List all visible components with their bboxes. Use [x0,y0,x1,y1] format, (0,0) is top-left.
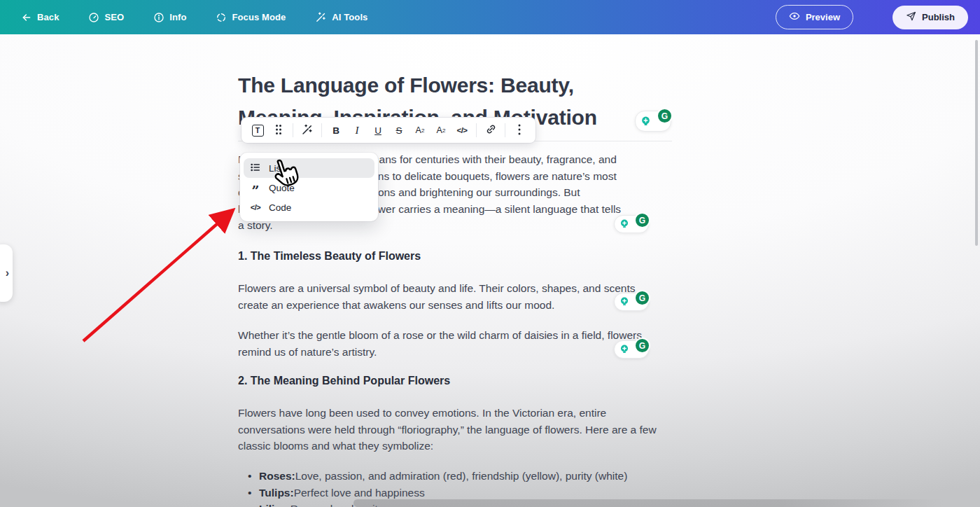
chevron-right-icon: › [6,267,9,279]
superscript-label: A [416,125,421,135]
list-item[interactable]: • Tulips: Perfect love and happiness [248,485,627,501]
grammarly-widget[interactable]: G [614,215,649,233]
grammarly-widget[interactable]: G [614,340,649,359]
paragraph-line[interactable]: Whether it’s the gentle bloom of a rose … [238,327,642,344]
grammarly-logo-icon: G [634,290,650,306]
link-button[interactable] [480,120,501,140]
toolbar-divider [476,123,477,137]
underline-button[interactable]: U [368,120,388,140]
kebab-menu-icon [518,124,521,137]
bullet-desc[interactable]: Perfect love and happiness [294,485,425,501]
grammarly-logo-icon: G [634,338,650,354]
bullet-dot: • [248,501,259,507]
info-button[interactable]: Info [153,12,186,23]
paragraph-line[interactable]: Flowers are a universal symbol of beauty… [238,280,635,297]
back-label: Back [37,12,59,22]
toolbar-divider [505,123,505,137]
info-icon [153,12,164,23]
paragraph-line[interactable]: classic blooms and what they symbolize: [238,438,657,454]
paragraph-line[interactable]: remind us of nature’s artistry. [238,344,642,361]
info-label: Info [169,12,186,22]
section-1-paragraph-2[interactable]: Whether it’s the gentle bloom of a rose … [238,327,642,360]
bullet-term[interactable]: Lilies: [259,501,290,507]
focus-mode-label: Focus Mode [232,12,286,22]
superscript-button[interactable]: A2 [410,120,430,140]
seo-button[interactable]: SEO [88,12,124,23]
side-panel-toggle[interactable]: › [0,244,13,302]
bold-button[interactable]: B [326,120,346,140]
list-item[interactable]: • Roses: Love, passion, and admiration (… [248,468,627,485]
grammarly-widget[interactable]: G [614,293,649,311]
suggestion-lightbulb-icon [619,296,630,310]
bullet-dot: • [248,485,259,501]
title-line-1[interactable]: The Language of Flowers: Beauty, [238,69,693,102]
quote-icon: ” [250,187,261,194]
eye-icon [789,11,800,24]
grip-dots-icon [274,123,284,138]
drag-handle[interactable] [268,120,289,140]
list-icon [250,162,261,175]
menu-item-code[interactable]: </> Code [244,197,374,217]
focus-mode-button[interactable]: Focus Mode [216,12,286,23]
toolbar-divider [293,123,293,137]
bullet-term[interactable]: Tulips: [259,485,294,501]
ai-tools-label: AI Tools [332,12,368,22]
paragraph-line[interactable]: Flowers have long been used to convey em… [238,405,657,422]
section-2-heading[interactable]: 2. The Meaning Behind Popular Flowers [238,375,450,387]
grammarly-logo-icon: G [634,212,650,228]
send-icon [906,11,916,24]
bullet-term[interactable]: Roses: [259,468,295,485]
text-style-icon: T [252,125,264,137]
format-toolbar: T B I U S A2 A2 </> [241,118,536,143]
publish-button[interactable]: Publish [892,6,968,29]
ai-tools-button[interactable]: AI Tools [315,11,368,23]
bullet-desc[interactable]: Love, passion, and admiration (red), fri… [295,468,628,485]
suggestion-lightbulb-icon [619,218,630,232]
preview-button[interactable]: Preview [776,5,853,29]
section-1-heading[interactable]: 1. The Timeless Beauty of Flowers [238,250,421,263]
bullet-dot: • [248,468,259,485]
more-options-button[interactable] [509,120,530,140]
vertical-scrollbar[interactable] [975,40,978,246]
text-style-button[interactable]: T [247,120,268,140]
paragraph-line[interactable]: create an experience that awakens our se… [238,297,635,314]
suggestion-lightbulb-icon [619,344,630,358]
section-1-paragraph-1[interactable]: Flowers are a universal symbol of beauty… [238,280,635,313]
grammarly-logo-icon: G [657,108,673,124]
seo-gauge-icon [88,12,99,23]
preview-label: Preview [806,12,840,22]
subscript-button[interactable]: A2 [430,120,451,140]
superscript-exp: 2 [421,127,424,134]
bottom-shadow-band [354,499,945,507]
magic-wand-icon [301,123,314,138]
ai-write-button[interactable] [297,120,318,140]
strikethrough-button[interactable]: S [388,120,410,140]
inline-code-button[interactable]: </> [451,120,472,140]
publish-label: Publish [922,12,955,22]
toolbar-divider [321,123,322,137]
grammarly-widget[interactable]: G [635,111,671,132]
back-button[interactable]: Back [21,12,59,23]
focus-mode-icon [216,12,227,23]
subscript-sub: 2 [442,127,445,134]
suggestion-lightbulb-icon [640,116,652,130]
menu-item-label: Code [269,202,291,213]
code-icon: </> [250,203,261,211]
subscript-label: A [437,125,442,135]
link-icon [485,123,497,137]
section-2-paragraph-1[interactable]: Flowers have long been used to convey em… [238,405,657,454]
article-editor[interactable]: The Language of Flowers: Beauty, Meaning… [0,0,980,507]
italic-button[interactable]: I [346,120,368,140]
back-arrow-icon [21,12,32,23]
ai-tools-wand-icon [315,11,327,23]
top-toolbar: Back SEO Info Focus Mode AI Tools Previe… [0,0,980,34]
seo-label: SEO [104,12,124,22]
paragraph-line[interactable]: conversations were held through “floriog… [238,422,657,438]
